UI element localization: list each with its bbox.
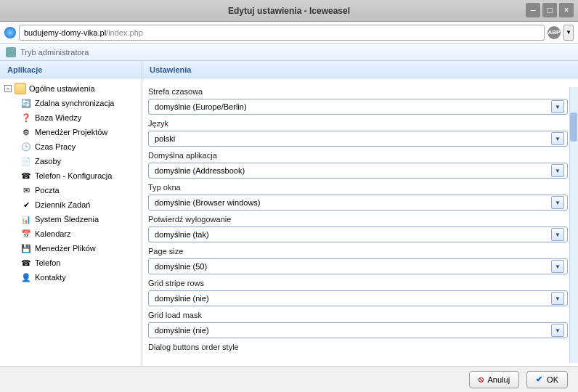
field-select-2[interactable]: domyślnie (Addressbook)▼ bbox=[148, 163, 568, 179]
content-panel: Ustawienia Strefa czasowadomyślnie (Euro… bbox=[142, 61, 578, 366]
url-host: budujemy-domy-vika.pl bbox=[24, 28, 106, 37]
tree-item-label: Zasoby bbox=[35, 157, 61, 166]
field-select-7[interactable]: domyślnie (nie)▼ bbox=[148, 322, 568, 338]
sidebar-item-5[interactable]: ☎Telefon - Konfiguracja bbox=[0, 168, 142, 183]
url-input[interactable]: budujemy-domy-vika.pl/index.php bbox=[19, 25, 545, 41]
tree-item-label: Baza Wiedzy bbox=[35, 113, 81, 122]
chevron-down-icon[interactable]: ▼ bbox=[551, 292, 564, 305]
sidebar-item-11[interactable]: ☎Telefon bbox=[0, 256, 142, 270]
select-value: domyślnie (50) bbox=[155, 262, 207, 271]
select-value: domyślnie (Europe/Berlin) bbox=[155, 102, 247, 111]
field-select-6[interactable]: domyślnie (nie)▼ bbox=[148, 290, 568, 306]
tree-item-label: System Śledzenia bbox=[35, 215, 99, 224]
tree-item-label: Zdalna synchronizacja bbox=[35, 99, 114, 107]
tree-item-icon: 📄 bbox=[20, 155, 32, 167]
window-controls: – □ × bbox=[526, 3, 574, 17]
tree-item-label: Kalendarz bbox=[35, 229, 71, 238]
tree-root[interactable]: − Ogólne ustawienia bbox=[0, 81, 142, 96]
tree-item-icon: 💾 bbox=[20, 242, 32, 254]
dropdown-icon[interactable]: ▼ bbox=[563, 25, 574, 41]
chevron-down-icon[interactable]: ▼ bbox=[551, 228, 564, 241]
admin-icon bbox=[6, 47, 16, 57]
window-title: Edytuj ustawienia - Iceweasel bbox=[228, 6, 350, 16]
chevron-down-icon[interactable]: ▼ bbox=[551, 196, 564, 209]
chevron-down-icon[interactable]: ▼ bbox=[551, 324, 564, 337]
tree-root-label: Ogólne ustawienia bbox=[29, 84, 95, 93]
tree-item-label: Kontakty bbox=[35, 273, 66, 282]
sidebar-item-4[interactable]: 📄Zasoby bbox=[0, 154, 142, 168]
select-value: domyślnie (Browser windows) bbox=[155, 198, 261, 207]
sidebar-item-7[interactable]: ✔Dziennik Zadań bbox=[0, 197, 142, 212]
tree-item-label: Poczta bbox=[35, 186, 60, 195]
tree-item-icon: 👤 bbox=[20, 271, 32, 283]
field-label-8: Dialog buttons order style bbox=[148, 343, 568, 351]
sidebar-item-3[interactable]: 🕒Czas Pracy bbox=[0, 139, 142, 154]
field-select-1[interactable]: polski▼ bbox=[148, 131, 568, 147]
close-button[interactable]: × bbox=[559, 3, 574, 17]
sidebar-item-0[interactable]: 🔄Zdalna synchronizacja bbox=[0, 96, 142, 110]
field-select-3[interactable]: domyślnie (Browser windows)▼ bbox=[148, 195, 568, 211]
form-scroll[interactable]: Strefa czasowadomyślnie (Europe/Berlin)▼… bbox=[142, 78, 578, 366]
field-select-4[interactable]: domyślnie (tak)▼ bbox=[148, 226, 568, 242]
field-label-4: Potwierdź wylogowanie bbox=[148, 215, 568, 224]
tree-item-label: Menedżer Plików bbox=[35, 244, 96, 253]
footer: ⦸ Anuluj ✔ OK bbox=[0, 366, 578, 392]
maximize-button[interactable]: □ bbox=[542, 3, 557, 17]
app-tree: − Ogólne ustawienia 🔄Zdalna synchronizac… bbox=[0, 78, 142, 366]
tree-item-label: Telefon bbox=[35, 258, 60, 267]
sidebar-item-2[interactable]: ⚙Menedżer Projektów bbox=[0, 125, 142, 139]
sidebar-item-1[interactable]: ❓Baza Wiedzy bbox=[0, 110, 142, 125]
tree-item-icon: 🔄 bbox=[20, 97, 32, 109]
select-value: domyślnie (Addressbook) bbox=[155, 166, 245, 175]
globe-icon bbox=[4, 27, 16, 38]
tree-item-icon: ✔ bbox=[20, 199, 32, 211]
sidebar-item-12[interactable]: 👤Kontakty bbox=[0, 270, 142, 285]
sidebar-item-8[interactable]: 📊System Śledzenia bbox=[0, 212, 142, 226]
tree-item-icon: ✉ bbox=[20, 184, 32, 196]
tree-item-icon: 📊 bbox=[20, 213, 32, 225]
chevron-down-icon[interactable]: ▼ bbox=[551, 132, 564, 145]
chevron-down-icon[interactable]: ▼ bbox=[551, 164, 564, 177]
select-value: domyślnie (tak) bbox=[155, 230, 209, 239]
tree-item-label: Czas Pracy bbox=[35, 142, 76, 151]
scrollbar-thumb[interactable] bbox=[570, 113, 577, 142]
tree-item-icon: 📅 bbox=[20, 228, 32, 240]
minimize-button[interactable]: – bbox=[526, 3, 540, 17]
select-value: domyślnie (nie) bbox=[155, 326, 209, 335]
sidebar-item-10[interactable]: 💾Menedżer Plików bbox=[0, 241, 142, 256]
field-select-0[interactable]: domyślnie (Europe/Berlin)▼ bbox=[148, 99, 568, 115]
tree-item-label: Dziennik Zadań bbox=[35, 200, 90, 209]
url-path: /index.php bbox=[106, 28, 143, 37]
cancel-icon: ⦸ bbox=[479, 375, 484, 384]
address-bar: budujemy-domy-vika.pl/index.php ABP ▼ bbox=[0, 22, 578, 44]
tree-item-icon: ⚙ bbox=[20, 126, 32, 138]
field-label-2: Domyślna aplikacja bbox=[148, 151, 568, 160]
ok-button[interactable]: ✔ OK bbox=[526, 371, 568, 388]
field-label-0: Strefa czasowa bbox=[148, 87, 568, 96]
tree-item-icon: ☎ bbox=[20, 257, 32, 269]
field-label-3: Typ okna bbox=[148, 183, 568, 192]
content-header: Ustawienia bbox=[142, 61, 578, 78]
tree-item-icon: ❓ bbox=[20, 112, 32, 123]
chevron-down-icon[interactable]: ▼ bbox=[551, 260, 564, 273]
abp-icon[interactable]: ABP bbox=[548, 26, 561, 39]
field-label-1: Język bbox=[148, 119, 568, 128]
field-select-5[interactable]: domyślnie (50)▼ bbox=[148, 258, 568, 274]
folder-icon bbox=[15, 83, 26, 94]
app-toolbar: Tryb administratora bbox=[0, 44, 578, 61]
sidebar-item-6[interactable]: ✉Poczta bbox=[0, 183, 142, 197]
tree-item-label: Menedżer Projektów bbox=[35, 128, 107, 136]
select-value: domyślnie (nie) bbox=[155, 294, 209, 303]
cancel-button[interactable]: ⦸ Anuluj bbox=[469, 371, 520, 388]
sidebar: Aplikacje − Ogólne ustawienia 🔄Zdalna sy… bbox=[0, 61, 142, 366]
main-area: Aplikacje − Ogólne ustawienia 🔄Zdalna sy… bbox=[0, 61, 578, 366]
tree-item-label: Telefon - Konfiguracja bbox=[35, 171, 112, 180]
field-label-7: Grid load mask bbox=[148, 311, 568, 319]
sidebar-item-9[interactable]: 📅Kalendarz bbox=[0, 226, 142, 241]
tree-item-icon: ☎ bbox=[20, 170, 32, 181]
chevron-down-icon[interactable]: ▼ bbox=[551, 100, 564, 113]
ok-label: OK bbox=[547, 375, 558, 384]
admin-mode-label[interactable]: Tryb administratora bbox=[20, 48, 89, 57]
window-titlebar: Edytuj ustawienia - Iceweasel – □ × bbox=[0, 0, 578, 22]
collapse-icon[interactable]: − bbox=[4, 85, 12, 92]
